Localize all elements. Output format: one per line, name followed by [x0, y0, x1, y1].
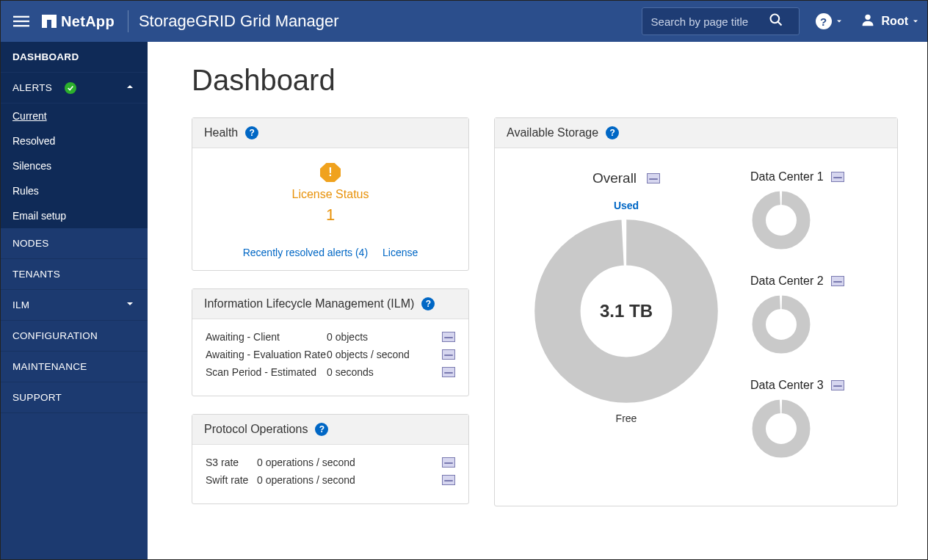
svg-rect-2: [13, 25, 29, 26]
help-icon[interactable]: ?: [421, 297, 435, 310]
chart-icon[interactable]: [442, 475, 455, 485]
app-header: NetApp StorageGRID Grid Manager ? Root: [1, 1, 927, 42]
search-box[interactable]: [642, 7, 800, 35]
license-status-label: License Status: [204, 188, 457, 201]
dc2-block: Data Center 2: [750, 274, 875, 358]
storage-total: 3.1 TB: [531, 216, 722, 407]
chart-icon[interactable]: [442, 457, 455, 468]
svg-rect-0: [13, 16, 29, 18]
swift-rate-value: 0 operations / second: [257, 474, 442, 486]
health-card: Health? ! License Status 1 Recently reso…: [192, 117, 469, 271]
chart-icon[interactable]: [442, 332, 455, 342]
hamburger-icon: [13, 13, 29, 29]
storage-title: Available Storage: [507, 126, 598, 139]
header-divider: [128, 10, 128, 32]
dc1-donut-chart: [750, 189, 812, 251]
chart-icon[interactable]: [647, 173, 660, 183]
chevron-down-icon: [835, 17, 844, 26]
s3-rate-label: S3 rate: [206, 457, 257, 468]
dc2-label: Data Center 2: [750, 274, 824, 288]
page-title: Dashboard: [192, 64, 898, 97]
protocol-card: Protocol Operations? S3 rate0 operations…: [192, 414, 469, 504]
sidebar-item-configuration[interactable]: CONFIGURATION: [1, 321, 148, 352]
search-icon[interactable]: [769, 12, 783, 30]
sidebar-item-support[interactable]: SUPPORT: [1, 382, 148, 413]
ilm-eval-rate-label: Awaiting - Evaluation Rate: [206, 349, 327, 360]
sidebar-sub-silences[interactable]: Silences: [1, 153, 148, 178]
warning-icon: !: [320, 163, 341, 182]
overall-label: Overall: [592, 170, 637, 186]
ilm-awaiting-client-value: 0 objects: [327, 331, 442, 343]
storage-card: Available Storage? Overall Used 3.1 TB: [494, 117, 898, 506]
s3-rate-value: 0 operations / second: [257, 457, 442, 468]
protocol-title: Protocol Operations: [204, 423, 308, 436]
dc1-label: Data Center 1: [750, 170, 824, 183]
chart-icon[interactable]: [831, 276, 844, 286]
chart-icon[interactable]: [442, 349, 455, 360]
svg-point-8: [865, 15, 870, 20]
svg-rect-1: [13, 21, 29, 22]
ilm-scan-period-value: 0 seconds: [327, 366, 442, 378]
recently-resolved-link[interactable]: Recently resolved alerts (4): [243, 247, 368, 258]
help-icon: ?: [816, 13, 832, 29]
chevron-down-icon: [124, 298, 136, 312]
sidebar-sub-resolved[interactable]: Resolved: [1, 128, 148, 153]
sidebar-item-ilm[interactable]: ILM: [1, 290, 148, 321]
sidebar: DASHBOARD ALERTS Current Resolved Silenc…: [1, 42, 148, 559]
alerts-submenu: Current Resolved Silences Rules Email se…: [1, 103, 148, 228]
sidebar-item-nodes[interactable]: NODES: [1, 228, 148, 259]
netapp-logo-icon: [42, 15, 57, 28]
sidebar-item-maintenance[interactable]: MAINTENANCE: [1, 352, 148, 382]
sidebar-sub-email[interactable]: Email setup: [1, 203, 148, 228]
main-content: Dashboard Health? ! License Status 1 Rec…: [148, 42, 927, 559]
dc3-label: Data Center 3: [750, 379, 824, 392]
svg-rect-5: [42, 15, 57, 20]
ilm-eval-rate-value: 0 objects / second: [327, 349, 442, 360]
help-menu[interactable]: ?: [816, 13, 844, 29]
ilm-card: Information Lifecycle Management (ILM)? …: [192, 288, 469, 396]
dc1-block: Data Center 1: [750, 170, 875, 254]
sidebar-item-alerts[interactable]: ALERTS: [1, 73, 148, 103]
chart-icon[interactable]: [831, 172, 844, 182]
help-icon[interactable]: ?: [245, 126, 258, 139]
chevron-up-icon: [124, 81, 136, 95]
used-label: Used: [517, 200, 736, 211]
user-label: Root: [882, 15, 908, 28]
ilm-awaiting-client-label: Awaiting - Client: [206, 331, 327, 343]
user-icon: [860, 12, 876, 31]
health-title: Health: [204, 126, 238, 139]
ilm-scan-period-label: Scan Period - Estimated: [206, 366, 327, 378]
svg-point-6: [770, 15, 779, 23]
license-status-count: 1: [204, 206, 457, 225]
swift-rate-label: Swift rate: [206, 474, 257, 486]
overall-donut-chart: 3.1 TB: [531, 216, 722, 407]
app-title: StorageGRID Grid Manager: [139, 12, 339, 31]
sidebar-sub-current[interactable]: Current: [1, 103, 148, 128]
svg-line-7: [777, 22, 781, 26]
free-label: Free: [517, 412, 736, 424]
help-icon[interactable]: ?: [315, 423, 328, 436]
brand-logo[interactable]: NetApp: [42, 13, 115, 30]
brand-name: NetApp: [61, 13, 115, 30]
dc2-donut-chart: [750, 294, 812, 355]
help-icon[interactable]: ?: [606, 126, 619, 139]
status-ok-icon: [65, 82, 76, 94]
license-link[interactable]: License: [383, 247, 418, 258]
dc3-block: Data Center 3: [750, 379, 875, 462]
sidebar-sub-rules[interactable]: Rules: [1, 178, 148, 203]
search-input[interactable]: [651, 15, 769, 28]
chart-icon[interactable]: [442, 367, 455, 377]
user-menu[interactable]: Root: [860, 12, 920, 31]
chart-icon[interactable]: [831, 380, 844, 390]
ilm-title: Information Lifecycle Management (ILM): [204, 297, 414, 310]
chevron-down-icon: [911, 17, 920, 26]
sidebar-item-tenants[interactable]: TENANTS: [1, 259, 148, 290]
dc3-donut-chart: [750, 398, 812, 459]
menu-toggle-button[interactable]: [7, 7, 36, 36]
sidebar-item-dashboard[interactable]: DASHBOARD: [1, 42, 148, 73]
